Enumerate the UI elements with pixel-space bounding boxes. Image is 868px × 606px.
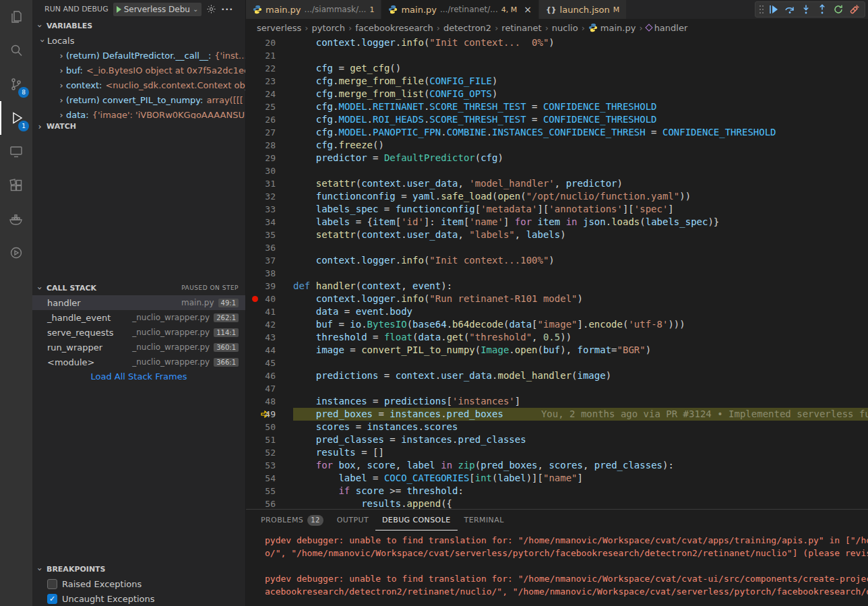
more-actions-icon[interactable]: ··· — [221, 4, 233, 14]
editor-tab[interactable]: main.py.../siammask/...1 — [246, 0, 381, 19]
gutter[interactable]: 42 — [246, 318, 293, 331]
restart-icon[interactable] — [830, 2, 846, 17]
search-icon[interactable] — [0, 34, 32, 67]
gutter[interactable]: 30 — [246, 164, 293, 177]
step-out-icon[interactable] — [814, 2, 830, 17]
gear-icon[interactable] — [206, 4, 216, 14]
gutter[interactable]: 24 — [246, 88, 293, 100]
gutter[interactable]: 32 — [246, 190, 293, 203]
disconnect-icon[interactable] — [846, 2, 863, 17]
breadcrumb-item[interactable]: nuclio — [552, 23, 578, 33]
gutter[interactable]: 20 — [246, 36, 293, 49]
code-line[interactable]: 34 labels = {item['id']: item['name'] fo… — [246, 216, 868, 229]
variable-row[interactable]: ›(return) convert_PIL_to_numpy:array([[[… — [32, 92, 245, 107]
code-line[interactable]: 39def handler(context, event): — [246, 280, 868, 293]
call-stack-frame[interactable]: serve_requests_nuclio_wrapper.py114:1 — [32, 325, 245, 340]
code-line[interactable]: 45 — [246, 357, 868, 369]
code-line[interactable]: 37 context.logger.info("Init context...1… — [246, 254, 868, 267]
variables-section-header[interactable]: › VARIABLES — [32, 18, 245, 33]
gutter[interactable]: 27 — [246, 126, 293, 139]
variable-row[interactable]: ›data:{'image': 'iVBORw0KGgoAAAANSUhE… — [32, 107, 245, 119]
call-stack-frame[interactable]: handlermain.py49:1 — [32, 295, 245, 310]
gutter[interactable]: 41 — [246, 305, 293, 318]
breadcrumb-item[interactable]: detectron2 — [443, 23, 491, 33]
breakpoint-row[interactable]: Raised Exceptions — [32, 576, 245, 591]
gutter[interactable]: 33 — [246, 203, 293, 216]
gutter[interactable]: 55 — [246, 485, 293, 497]
breakpoint-checkbox[interactable]: ✓ — [47, 594, 57, 604]
gutter[interactable]: 26 — [246, 113, 293, 126]
watch-section-header[interactable]: › WATCH — [32, 119, 245, 133]
code-line[interactable]: 46 predictions = context.user_data.model… — [246, 369, 868, 382]
source-control-icon[interactable]: 8 — [0, 67, 32, 101]
breakpoint-row[interactable]: ✓Uncaught Exceptions — [32, 591, 245, 606]
gutter[interactable]: 46 — [246, 369, 293, 382]
code-line[interactable]: 22 cfg = get_cfg() — [246, 62, 868, 75]
call-stack-section-header[interactable]: › CALL STACK PAUSED ON STEP — [32, 280, 245, 295]
code-line[interactable]: 44 image = convert_PIL_to_numpy(Image.op… — [246, 344, 868, 357]
code-line[interactable]: 42 buf = io.BytesIO(base64.b64decode(dat… — [246, 318, 868, 331]
gutter[interactable]: 45 — [246, 357, 293, 369]
gutter[interactable]: 51 — [246, 433, 293, 446]
code-line[interactable]: 28 cfg.freeze() — [246, 139, 868, 152]
panel-tab-problems[interactable]: PROBLEMS12 — [254, 510, 330, 531]
step-into-icon[interactable] — [798, 2, 814, 17]
breakpoint-icon[interactable] — [252, 296, 258, 302]
gutter[interactable]: 35 — [246, 229, 293, 241]
close-tab-icon[interactable]: × — [524, 4, 532, 15]
code-line[interactable]: 31 setattr(context.user_data, 'model_han… — [246, 177, 868, 190]
breadcrumb-item[interactable]: retinanet — [501, 23, 541, 33]
variable-row[interactable]: ›context:<nuclio_sdk.context.Context obj… — [32, 78, 245, 92]
docker-icon[interactable] — [0, 202, 32, 236]
code-line[interactable]: 26 cfg.MODEL.ROI_HEADS.SCORE_THRESH_TEST… — [246, 113, 868, 126]
code-line[interactable]: 25 cfg.MODEL.RETINANET.SCORE_THRESH_TEST… — [246, 100, 868, 113]
code-line[interactable]: 29 predictor = DefaultPredictor(cfg) — [246, 152, 868, 164]
breakpoint-checkbox[interactable] — [47, 579, 57, 589]
breadcrumb-item[interactable]: main.py — [588, 23, 636, 33]
locals-scope-row[interactable]: › Locals — [32, 33, 245, 48]
code-line[interactable]: 54 label = COCO_CATEGORIES[int(label)]["… — [246, 472, 868, 485]
run-and-debug-icon[interactable]: 1 — [0, 101, 32, 135]
code-editor[interactable]: 20 context.logger.info("Init context... … — [246, 36, 868, 509]
code-line[interactable]: 55 if score >= threshold: — [246, 485, 868, 497]
code-line[interactable]: 43 threshold = float(data.get("threshold… — [246, 331, 868, 344]
code-line[interactable]: 27 cfg.MODEL.PANOPTIC_FPN.COMBINE.INSTAN… — [246, 126, 868, 139]
gutter[interactable]: 47 — [246, 382, 293, 395]
code-line[interactable]: 20 context.logger.info("Init context... … — [246, 36, 868, 49]
gutter[interactable]: 50 — [246, 421, 293, 433]
code-line[interactable]: 38 — [246, 267, 868, 280]
breadcrumb-item[interactable]: facebookresearch — [355, 23, 433, 33]
gutter[interactable]: 28 — [246, 139, 293, 152]
debug-console-output[interactable]: pydev debugger: unable to find translati… — [246, 531, 868, 606]
start-debug-icon[interactable] — [117, 6, 121, 13]
gutter[interactable]: 21 — [246, 49, 293, 62]
toolbar-grip-icon[interactable] — [757, 2, 766, 17]
extensions-icon[interactable] — [0, 169, 32, 202]
gutter[interactable]: 40 — [246, 293, 293, 305]
gutter[interactable]: 56 — [246, 497, 293, 509]
breakpoints-section-header[interactable]: › BREAKPOINTS — [32, 562, 245, 576]
code-line[interactable]: 21 — [246, 49, 868, 62]
gutter[interactable]: 29 — [246, 152, 293, 164]
code-line[interactable]: 47 — [246, 382, 868, 395]
gutter[interactable]: 37 — [246, 254, 293, 267]
gutter[interactable]: 54 — [246, 472, 293, 485]
editor-tab[interactable]: {}launch.jsonM — [539, 0, 627, 19]
explorer-icon[interactable] — [0, 0, 32, 34]
code-line[interactable]: 30 — [246, 164, 868, 177]
gutter[interactable]: 36 — [246, 241, 293, 254]
code-line[interactable]: 50 scores = instances.scores — [246, 421, 868, 433]
code-line[interactable]: 51 pred_classes = instances.pred_classes — [246, 433, 868, 446]
editor-tab[interactable]: main.py.../retinanet/...4, M× — [381, 0, 539, 19]
load-all-stack-frames-link[interactable]: Load All Stack Frames — [32, 369, 245, 384]
gutter[interactable]: 31 — [246, 177, 293, 190]
gutter[interactable]: 52 — [246, 446, 293, 459]
gutter[interactable]: 34 — [246, 216, 293, 229]
gutter[interactable]: 48 — [246, 395, 293, 408]
code-line[interactable]: 36 — [246, 241, 868, 254]
call-stack-frame[interactable]: _handle_event_nuclio_wrapper.py262:1 — [32, 310, 245, 325]
variable-row[interactable]: ›(return) DefaultPredictor.__call__:{'in… — [32, 48, 245, 63]
panel-tab-output[interactable]: OUTPUT — [330, 510, 375, 531]
breadcrumb-item[interactable]: handler — [646, 23, 688, 33]
code-line[interactable]: 24 cfg.merge_from_list(CONFIG_OPTS) — [246, 88, 868, 100]
